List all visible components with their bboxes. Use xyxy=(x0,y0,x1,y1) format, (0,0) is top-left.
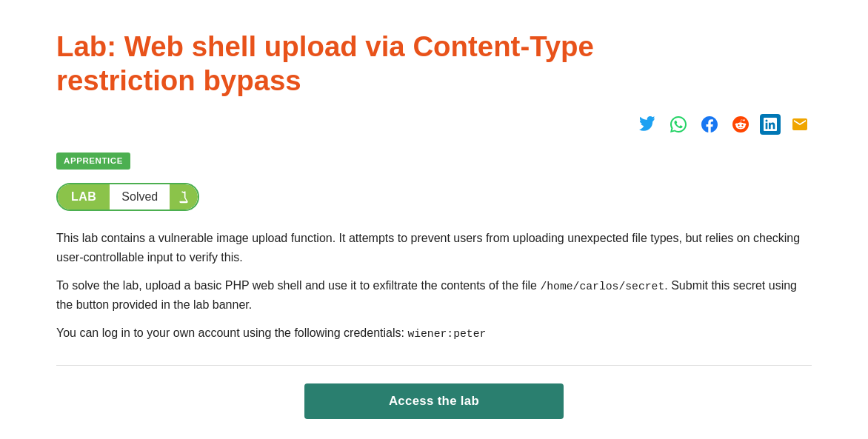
lab-pill-flask-icon xyxy=(170,184,198,210)
email-icon xyxy=(791,115,809,133)
description-2-text: To solve the lab, upload a basic PHP web… xyxy=(56,279,540,292)
description-3-text: You can log in to your own account using… xyxy=(56,326,407,339)
description-2-code: /home/carlos/secret xyxy=(540,281,664,292)
description-3: You can log in to your own account using… xyxy=(56,324,812,344)
reddit-share-button[interactable] xyxy=(729,113,752,136)
lab-title: Lab: Web shell upload via Content-Type r… xyxy=(56,30,612,98)
lab-pill-status: Solved xyxy=(110,184,170,210)
reddit-icon xyxy=(732,116,749,133)
description-2: To solve the lab, upload a basic PHP web… xyxy=(56,276,812,315)
linkedin-icon xyxy=(764,118,777,131)
linkedin-share-button[interactable] xyxy=(760,114,781,135)
description-1: This lab contains a vulnerable image upl… xyxy=(56,229,812,267)
lab-pill-label: LAB xyxy=(58,184,110,210)
lab-pill: LAB Solved xyxy=(56,183,199,211)
apprentice-badge: APPRENTICE xyxy=(56,153,130,170)
facebook-share-button[interactable] xyxy=(698,113,721,136)
flask-icon xyxy=(176,190,191,204)
description-3-code: wiener:peter xyxy=(407,328,486,340)
access-lab-button[interactable]: Access the lab xyxy=(304,383,564,419)
twitter-share-button[interactable] xyxy=(635,113,659,136)
access-btn-container: Access the lab xyxy=(56,383,812,419)
page-container: Lab: Web shell upload via Content-Type r… xyxy=(27,0,841,439)
whatsapp-icon xyxy=(670,116,687,133)
social-row xyxy=(56,113,812,136)
email-share-button[interactable] xyxy=(788,113,812,136)
lab-status-row: LAB Solved xyxy=(56,183,812,211)
whatsapp-share-button[interactable] xyxy=(667,113,690,136)
divider xyxy=(56,365,812,366)
facebook-icon xyxy=(701,116,718,133)
twitter-icon xyxy=(639,116,655,133)
